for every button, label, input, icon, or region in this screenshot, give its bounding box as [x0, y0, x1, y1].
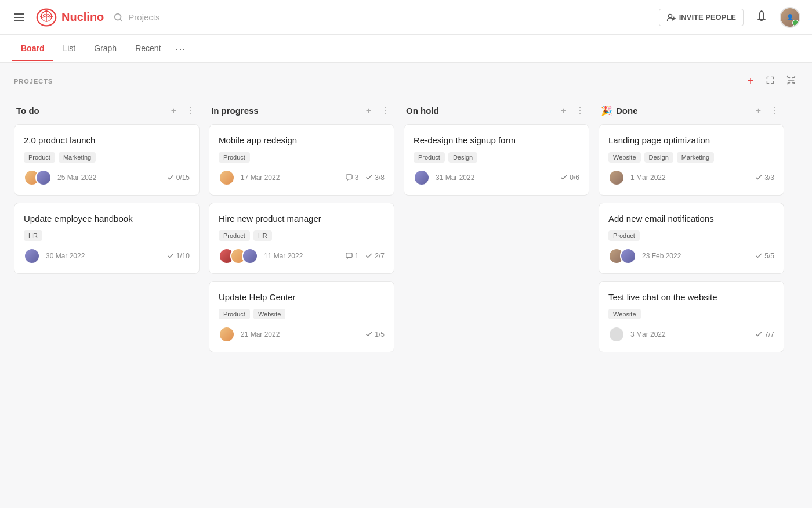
card-landing-page[interactable]: Landing page optimization Website Design…: [599, 124, 784, 196]
tag-design: Design: [644, 152, 673, 163]
card-help-center-avatars: [219, 326, 235, 343]
card-help-center-footer: 21 Mar 2022 1/5: [219, 326, 385, 343]
column-inprogress-add-button[interactable]: +: [364, 105, 374, 117]
card-live-chat-avatars: [608, 326, 625, 343]
search-bar[interactable]: Projects: [113, 12, 160, 23]
card-help-center-date: 21 Mar 2022: [241, 330, 280, 338]
card-help-center-footer-left: 21 Mar 2022: [219, 326, 280, 343]
tab-list[interactable]: List: [53, 37, 85, 61]
user-avatar[interactable]: 👤: [780, 7, 800, 28]
tab-recent[interactable]: Recent: [126, 37, 170, 61]
bell-icon: [755, 10, 768, 23]
card-help-center-title: Update Help Center: [219, 291, 385, 303]
check-icon: [755, 174, 762, 181]
column-inprogress-label: In progress: [211, 106, 259, 116]
hamburger-menu[interactable]: [12, 11, 27, 24]
tag-product: Product: [24, 152, 55, 163]
card-hire-pm-check: 2/7: [365, 252, 385, 260]
tag-product: Product: [414, 152, 445, 163]
tabs-nav: Board List Graph Recent ⋯: [0, 35, 812, 63]
column-todo-more-button[interactable]: ⋮: [183, 104, 197, 117]
card-hire-pm-footer: 11 Mar 2022 1 2/7: [219, 248, 385, 264]
column-inprogress-more-button[interactable]: ⋮: [378, 104, 392, 117]
column-todo-add-button[interactable]: +: [169, 105, 179, 117]
check-icon: [365, 253, 372, 260]
card-product-launch-footer-left: 25 Mar 2022: [24, 170, 96, 186]
column-todo-label: To do: [16, 106, 39, 116]
card-email-notifications-footer: 23 Feb 2022 5/5: [608, 248, 774, 264]
card-hire-pm-comments: 1: [346, 252, 359, 260]
card-hire-pm-tags: Product HR: [219, 230, 385, 241]
check-icon: [167, 174, 174, 181]
card-hire-pm-title: Hire new product manager: [219, 212, 385, 225]
card-mobile-app[interactable]: Mobile app redesign Product 17 Mar 2022 …: [209, 124, 394, 196]
card-product-launch-title: 2.0 product launch: [24, 134, 190, 146]
card-employee-handbook-footer-left: 30 Mar 2022: [24, 248, 85, 264]
header: Nuclino Projects INVITE PEOPLE: [0, 0, 812, 35]
card-signup-form-date: 31 Mar 2022: [436, 174, 474, 182]
column-inprogress-actions: + ⋮: [364, 104, 392, 117]
bell-button[interactable]: [755, 10, 768, 25]
card-email-notifications-date: 23 Feb 2022: [642, 252, 681, 260]
tag-product: Product: [219, 309, 250, 319]
tag-hr: HR: [253, 230, 272, 241]
column-inprogress-title: In progress: [211, 106, 259, 116]
card-live-chat-title: Test live chat on the website: [608, 291, 774, 303]
card-live-chat-footer-left: 3 Mar 2022: [608, 326, 666, 343]
card-live-chat-tags: Website: [608, 309, 774, 319]
column-done-add-button[interactable]: +: [753, 105, 763, 117]
invite-people-button[interactable]: INVITE PEOPLE: [659, 9, 744, 26]
card-mobile-app-stats: 3 3/8: [346, 174, 385, 182]
board-actions: +: [745, 72, 798, 90]
add-project-button[interactable]: +: [745, 72, 756, 90]
card-email-notifications-stats: 5/5: [755, 252, 774, 260]
avatar: [242, 248, 258, 264]
card-email-notifications[interactable]: Add new email notifications Product 23 F…: [599, 203, 784, 274]
card-live-chat-stats: 7/7: [755, 330, 774, 338]
card-employee-handbook[interactable]: Update employee handbook HR 30 Mar 2022 …: [14, 203, 200, 274]
collapse-button[interactable]: [784, 73, 798, 89]
expand-button[interactable]: [763, 73, 777, 89]
card-landing-page-footer: 1 Mar 2022 3/3: [608, 170, 774, 186]
card-live-chat-date: 3 Mar 2022: [630, 330, 666, 338]
card-signup-form-title: Re-design the signup form: [414, 134, 579, 146]
tab-board[interactable]: Board: [12, 37, 53, 61]
avatar: [414, 170, 430, 186]
card-mobile-app-footer-left: 17 Mar 2022: [219, 170, 280, 186]
column-done-more-button[interactable]: ⋮: [768, 104, 782, 117]
card-signup-form-footer: 31 Mar 2022 0/6: [414, 170, 579, 186]
card-signup-form-check: 0/6: [560, 174, 579, 182]
card-live-chat-footer: 3 Mar 2022 7/7: [608, 326, 774, 343]
check-icon: [755, 331, 762, 338]
logo-text: Nuclino: [61, 10, 104, 24]
card-signup-form-stats: 0/6: [560, 174, 579, 182]
card-landing-page-date: 1 Mar 2022: [630, 174, 666, 182]
logo[interactable]: Nuclino: [36, 7, 104, 28]
card-landing-page-title: Landing page optimization: [608, 134, 774, 146]
card-mobile-app-tags: Product: [219, 152, 385, 163]
tag-website: Website: [608, 152, 641, 163]
column-onhold-more-button[interactable]: ⋮: [573, 104, 587, 117]
tab-graph[interactable]: Graph: [85, 37, 126, 61]
avatar: [608, 170, 625, 186]
card-help-center[interactable]: Update Help Center Product Website 21 Ma…: [209, 281, 394, 352]
card-mobile-app-avatars: [219, 170, 235, 186]
card-email-notifications-title: Add new email notifications: [608, 212, 774, 225]
card-mobile-app-date: 17 Mar 2022: [241, 174, 280, 182]
column-onhold-header: On hold + ⋮: [404, 99, 589, 124]
tab-more-button[interactable]: ⋯: [171, 35, 190, 62]
card-mobile-app-check: 3/8: [365, 174, 385, 182]
card-signup-form[interactable]: Re-design the signup form Product Design…: [404, 124, 589, 196]
column-inprogress: In progress + ⋮ Mobile app redesign Prod…: [209, 99, 394, 359]
card-email-notifications-tags: Product: [608, 230, 774, 241]
svg-point-3: [50, 15, 53, 17]
card-hire-pm[interactable]: Hire new product manager Product HR 11 M…: [209, 203, 394, 274]
card-live-chat[interactable]: Test live chat on the website Website 3 …: [599, 281, 784, 352]
card-product-launch-avatars: [24, 170, 52, 186]
svg-rect-6: [346, 175, 351, 179]
card-product-launch[interactable]: 2.0 product launch Product Marketing 25 …: [14, 124, 200, 196]
card-signup-form-tags: Product Design: [414, 152, 579, 163]
column-done-actions: + ⋮: [753, 104, 782, 117]
card-landing-page-footer-left: 1 Mar 2022: [608, 170, 666, 186]
column-onhold-add-button[interactable]: +: [559, 105, 568, 117]
